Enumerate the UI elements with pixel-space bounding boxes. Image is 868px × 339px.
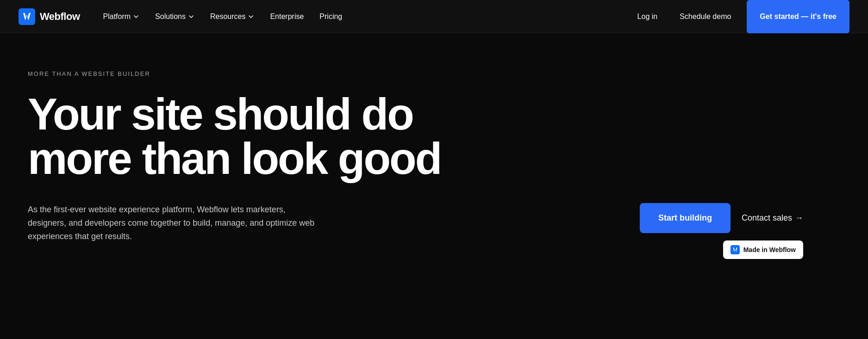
logo-text: Webflow: [40, 11, 80, 23]
hero-headline-line1: Your site should do: [28, 89, 413, 139]
webflow-logo-icon: [19, 8, 35, 25]
nav-item-solutions[interactable]: Solutions: [149, 9, 201, 25]
webflow-small-logo-icon: [731, 245, 740, 254]
nav-item-resources[interactable]: Resources: [204, 9, 261, 25]
made-in-webflow-label: Made in Webflow: [743, 246, 796, 253]
nav-links: Platform Solutions Resources Enterprise: [97, 9, 349, 25]
contact-sales-button[interactable]: Contact sales →: [742, 213, 803, 223]
hero-headline-line2: more than look good: [28, 134, 441, 183]
logo[interactable]: Webflow: [19, 8, 80, 25]
nav-right: Log in Schedule demo Get started — it's …: [631, 0, 849, 33]
chevron-down-icon: [188, 13, 194, 20]
schedule-demo-link[interactable]: Schedule demo: [673, 9, 737, 25]
nav-item-enterprise[interactable]: Enterprise: [263, 9, 310, 25]
made-in-webflow-badge[interactable]: Made in Webflow: [723, 240, 803, 259]
svg-rect-0: [19, 8, 35, 25]
hero-bottom: As the first-ever website experience pla…: [28, 203, 840, 259]
chevron-down-icon: [248, 13, 254, 20]
hero-section: MORE THAN A WEBSITE BUILDER Your site sh…: [0, 33, 868, 339]
navbar: Webflow Platform Solutions Resources: [0, 0, 868, 33]
hero-description: As the first-ever website experience pla…: [28, 203, 315, 243]
start-building-button[interactable]: Start building: [640, 203, 731, 233]
get-started-button[interactable]: Get started — it's free: [747, 0, 849, 33]
nav-item-platform[interactable]: Platform: [97, 9, 146, 25]
hero-eyebrow: MORE THAN A WEBSITE BUILDER: [28, 70, 840, 77]
chevron-down-icon: [133, 13, 139, 20]
hero-actions: Start building Contact sales → Made in W…: [640, 203, 803, 259]
login-link[interactable]: Log in: [631, 9, 664, 25]
hero-actions-row: Start building Contact sales →: [640, 203, 803, 233]
svg-rect-1: [731, 245, 740, 254]
hero-headline: Your site should do more than look good: [28, 92, 560, 181]
arrow-icon: →: [795, 213, 803, 223]
nav-left: Webflow Platform Solutions Resources: [19, 8, 349, 25]
nav-item-pricing[interactable]: Pricing: [313, 9, 349, 25]
